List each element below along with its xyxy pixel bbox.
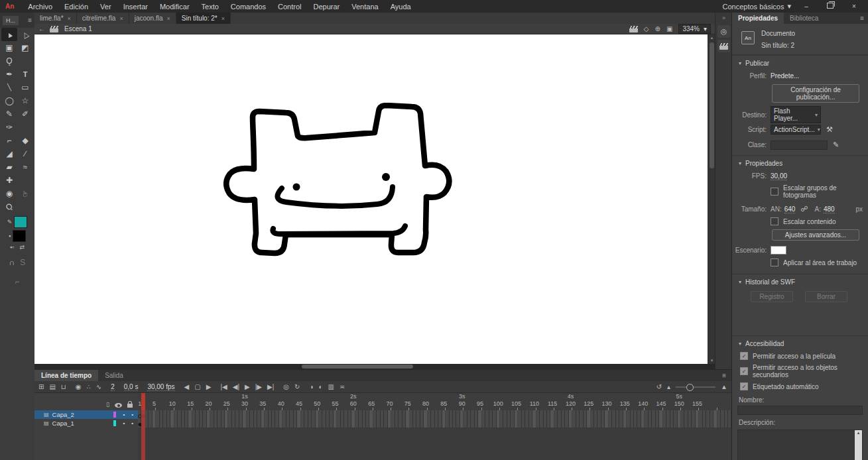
swap-colors-icon[interactable]: ⇄ [19,244,25,251]
paint-brush-tool[interactable]: ✐ [17,107,33,121]
line-tool[interactable]: ╲ [1,81,17,94]
classic-brush-tool[interactable]: ✑ [1,121,17,134]
lock-icon[interactable] [127,404,133,408]
stage-drawing-couch[interactable] [223,103,452,259]
workspace-switcher[interactable]: Conceptos básicos ▾ [723,2,791,11]
section-historial-swf[interactable]: ▾ Historial de SWF [732,274,868,288]
acceso-pelicula-checkbox-row[interactable]: ✓ Permitir acceso a la película [732,350,868,362]
borrar-button[interactable]: Borrar [805,291,847,302]
timeline-zoom-in-icon[interactable]: ▲ [721,384,727,390]
edit-scene-icon[interactable] [629,26,638,32]
scene-name[interactable]: Escena 1 [64,25,92,32]
creative-cloud-panel-icon[interactable]: ◎ [717,25,730,38]
play-icon[interactable]: ▶ [245,384,250,390]
timeline-zoom-slider[interactable] [676,386,715,388]
escalar-contenido-checkbox-row[interactable]: Escalar contenido [732,215,868,227]
hand-tool[interactable]: ☞ [17,187,33,200]
lasso-tool[interactable]: Ǫ [1,54,17,68]
tab-close-icon[interactable]: × [167,15,170,22]
menu-item-insertar[interactable]: Insertar [117,3,154,11]
width-tool[interactable]: ≈ [17,160,33,174]
frame-rate-value[interactable]: 30,00 fps [147,383,174,391]
eyedropper-tool[interactable]: ∕ [17,147,33,160]
gradient-transform-tool[interactable]: ◩ [17,41,33,54]
ancho-value[interactable]: 640 [784,205,796,213]
menu-item-edicio-n[interactable]: Edición [58,3,94,11]
graph-editor-icon[interactable]: ∿ [96,384,101,390]
animate-logo[interactable]: An [5,3,14,10]
link-icon[interactable]: ☍ [800,205,808,213]
clase-input[interactable] [771,141,828,150]
acceso-objetos-checkbox-row[interactable]: ✓ Permitir acceso a los objetos secundar… [732,362,868,380]
default-colors-icon[interactable]: ▪▫ [10,244,14,251]
etiquetado-checkbox-row[interactable]: ✓ Etiquetado automático [732,380,868,392]
layer-name[interactable]: Capa_2 [52,411,74,418]
snap-magnet-icon[interactable]: ∩ [9,258,15,267]
script-dropdown[interactable]: ActionScript... ▾ [771,125,821,135]
alto-value[interactable]: 480 [824,205,835,213]
perfil-value[interactable]: Predete... [771,72,799,80]
layer-color-chip[interactable] [113,420,116,426]
scroll-up-icon[interactable]: ▴ [857,430,860,435]
selection-tool[interactable]: ▲ [1,28,17,41]
playhead-marker[interactable] [141,393,145,410]
timeline-ruler[interactable]: 1s2s3s4s5s 15101520253035404550556065707… [138,393,731,411]
checkbox-checked[interactable]: ✓ [740,367,748,375]
fill-color-swatch[interactable] [13,230,26,242]
clip-content-icon[interactable]: ▣ [666,25,672,32]
prev-keyframe-icon[interactable]: ◀| [233,384,239,390]
doc-tab-sin-ti-tulo-2[interactable]: Sin título: 2*× [176,13,231,24]
textarea-scrollbar[interactable]: ▴ ▾ [855,430,862,460]
asset-warp-tool[interactable]: ✚ [1,174,17,187]
descripcion-textarea[interactable]: ▴ ▾ [737,430,863,460]
menu-item-comandos[interactable]: Comandos [225,3,272,11]
menu-item-modificar[interactable]: Modificar [154,3,196,11]
menu-item-control[interactable]: Control [272,3,307,11]
polystar-tool[interactable]: ☆ [17,94,33,107]
add-camera-icon[interactable]: ◉ [76,384,82,390]
layer-lock-dot[interactable]: • [131,412,133,418]
checkbox-checked[interactable]: ✓ [740,382,748,390]
elapsed-time-value[interactable]: 0,0 s [124,383,139,391]
fps-value[interactable]: 30,00 [771,172,787,180]
go-first-frame-icon[interactable]: |◀ [220,384,227,390]
free-transform-tool[interactable]: ▣ [1,41,17,54]
delete-layer-icon[interactable]: ⊔ [61,384,66,390]
step-back-icon[interactable]: ◀ [184,384,190,390]
pencil-icon[interactable]: ✎ [833,141,839,149]
step-forward-icon[interactable]: ▶ [206,384,212,390]
properties-panel-menu-icon[interactable]: ≡ [860,15,868,22]
wrench-icon[interactable]: ⚒ [826,125,833,134]
pencil-tool[interactable]: ✎ [1,107,17,121]
layer-visibility-dot[interactable]: • [123,412,125,418]
doc-tab-citrelime-fla[interactable]: citrelime.fla× [77,13,129,24]
zoom-tool[interactable]: Ǫ [1,200,17,213]
canvas-horizontal-scrollbar[interactable] [34,364,715,369]
publish-settings-button[interactable]: Configuración de publicación... [772,84,859,103]
close-button[interactable]: × [845,3,863,10]
tab-close-icon[interactable]: × [119,15,123,22]
edit-multiple-frames-icon[interactable]: ▥ [328,384,334,390]
minimize-button[interactable]: – [798,3,815,10]
menu-item-texto[interactable]: Texto [196,3,225,11]
modify-markers-icon[interactable]: ≍ [340,384,345,390]
menu-item-ventana[interactable]: Ventana [345,3,384,11]
timeline-panel-menu-icon[interactable]: ≡ [722,372,731,379]
tab-linea-de-tiempo[interactable]: Línea de tiempo [34,370,98,381]
layer-color-chip[interactable] [113,412,116,418]
timeline-zoom-knob[interactable] [686,384,694,391]
outline-column-icon[interactable]: ▯ [106,401,109,408]
nombre-input[interactable] [737,406,863,415]
tab-close-icon[interactable]: × [221,15,225,22]
layer-row-capa-2[interactable]: ▤ Capa_2 • • [34,410,138,419]
rectangle-tool[interactable]: ▭ [17,81,33,94]
onion-skin-outlines-icon[interactable]: ◐ [318,384,322,390]
restore-button[interactable] [822,3,839,10]
menu-item-ver[interactable]: Ver [94,3,117,11]
menu-item-depurar[interactable]: Depurar [308,3,346,11]
checkbox-unchecked[interactable] [771,217,778,225]
stroke-color-swatch[interactable] [14,216,27,228]
eraser-tool[interactable]: ▰ [1,160,17,174]
next-keyframe-icon[interactable]: |▶ [255,384,262,390]
new-folder-icon[interactable]: ▤ [49,384,55,390]
